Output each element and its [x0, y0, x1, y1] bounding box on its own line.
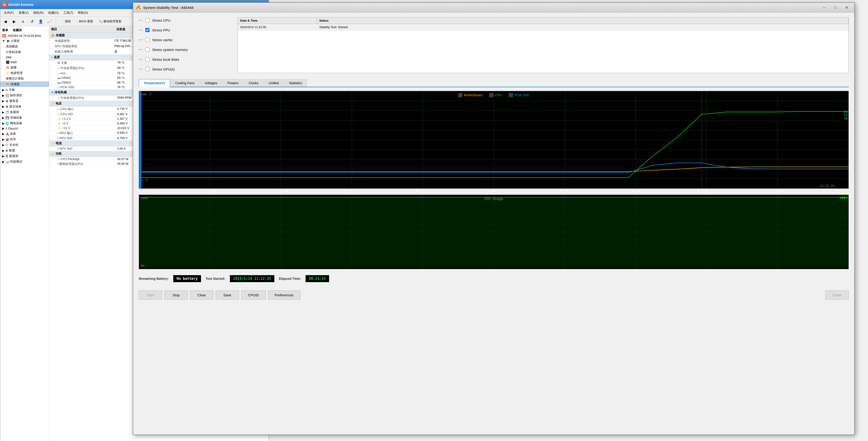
sidebar-item-power[interactable]: ⚡ 电源管理 — [0, 70, 49, 76]
menu-tools[interactable]: 工具(T) — [61, 10, 76, 16]
row-name: ─ PCIe SSD — [58, 86, 117, 89]
sidebar-item-os[interactable]: ▶ 🪟 操作系统 — [0, 93, 49, 98]
tab-temperatures[interactable]: Temperatures — [139, 79, 170, 87]
stability-maximize[interactable]: □ — [830, 3, 841, 12]
stress-gpu-checkbox[interactable] — [145, 67, 150, 71]
stress-gpu-option: ─ Stress GPU(s) — [139, 66, 232, 72]
row-name: ─ CPU Package — [58, 157, 117, 161]
bench-icon: 📊 — [5, 160, 9, 164]
os-icon: 🪟 — [5, 94, 9, 97]
gpu-icon: ▪ — [58, 162, 59, 166]
sw-icon: 📦 — [5, 138, 9, 141]
tab-powers[interactable]: Powers — [223, 79, 243, 87]
app-version-icon: 64 — [2, 34, 6, 37]
stability-minimize[interactable]: ─ — [819, 3, 830, 12]
menu-file[interactable]: 文件(F) — [2, 10, 16, 16]
sidebar-item-devices[interactable]: ▶ 🔌 设备 — [0, 131, 49, 137]
cpu-chart-svg — [139, 195, 848, 269]
stress-cpu-checkbox[interactable] — [145, 18, 150, 22]
stress-options: ─ Stress CPU ─ Stress FPU ─ Stress cache… — [139, 17, 232, 73]
chart-button[interactable]: 📈 — [46, 18, 53, 25]
mb-checkmark: ✓ — [459, 94, 462, 97]
row-name: 机箱入侵检测 — [55, 49, 114, 54]
fan-cpu-icon: ─ — [58, 96, 60, 100]
5v-icon: ⚡ — [58, 122, 61, 125]
sidebar-item-storage[interactable]: ▶ 💾 存储设备 — [0, 115, 49, 121]
elapsed-label: Elapsed Time: — [279, 277, 301, 280]
start-button[interactable]: Start — [139, 291, 162, 300]
user-button[interactable]: 👤 — [37, 18, 44, 25]
preferences-button[interactable]: Preferences — [268, 291, 301, 300]
sidebar-item-dmi[interactable]: DMI — [0, 55, 49, 60]
db-icon: 🗄 — [5, 155, 8, 158]
oc-label: 超频 — [10, 65, 17, 70]
aux-temp-icon: ─ — [58, 71, 60, 75]
temp-indicator-strip — [139, 91, 142, 189]
close-button-stability[interactable]: Close — [826, 291, 849, 300]
sidebar-item-portable[interactable]: 便携式计算机 — [0, 76, 49, 81]
sidebar-item-computername[interactable]: 计算机名称 — [0, 49, 49, 55]
sidebar-item-database[interactable]: ▶ 🗄 数据库 — [0, 153, 49, 159]
battery-label: Remaining Battery: — [139, 277, 168, 280]
stability-close[interactable]: ✕ — [841, 3, 852, 12]
stop-button[interactable]: Stop — [164, 291, 188, 300]
cpu-legend-check: ✓ — [489, 93, 494, 97]
clear-button[interactable]: Clear — [190, 291, 213, 300]
sidebar-item-ipmi[interactable]: ⬛ IPMI — [0, 60, 49, 65]
menu-help[interactable]: 帮助(H) — [75, 10, 90, 16]
sidebar-item-benchmark[interactable]: ▶ 📊 性能测试 — [0, 159, 49, 164]
tab-clocks[interactable]: Clocks — [244, 79, 263, 87]
app-version-label: AIDA64 v6.75.6128 Beta — [8, 34, 41, 37]
legend-pcie: ✓ PCIe SSD — [509, 93, 529, 97]
sidebar-item-motherboard[interactable]: ▶ ⊞ 主板 — [0, 87, 49, 93]
sidebar-item-network[interactable]: ▶ 🌐 网络设备 — [0, 121, 49, 126]
menu-favorites[interactable]: 收藏(O) — [46, 10, 61, 16]
sidebar-item-sysoverview[interactable]: 系统概述 — [0, 44, 49, 49]
sidebar-item-directx[interactable]: ▶ X DirectX — [0, 126, 49, 131]
srv-expand: ▶ — [2, 99, 4, 103]
stress-fpu-label: Stress FPU — [152, 28, 170, 32]
stress-disk-checkbox[interactable] — [145, 57, 150, 61]
cpu-option-icon: ─ — [139, 17, 143, 23]
sidebar-item-oc[interactable]: 🔥 超频 — [0, 65, 49, 70]
sidebar-item-software[interactable]: ▶ 📦 软件 — [0, 137, 49, 142]
sidebar-item-server[interactable]: ▶ 🖥 服务器 — [0, 98, 49, 104]
menu-report[interactable]: 报告(R) — [31, 10, 46, 16]
pcie-checkmark: ✓ — [509, 94, 512, 97]
sysoverview-label: 系统概述 — [6, 44, 18, 48]
forward-button[interactable]: ▶ — [10, 18, 18, 25]
tab-statistics[interactable]: Statistics — [284, 79, 307, 87]
tab-cooling-fans[interactable]: Cooling Fans — [170, 79, 199, 87]
back-button[interactable]: ◀ — [2, 18, 9, 25]
tab-unified[interactable]: Unified — [264, 79, 284, 87]
bios-update-button[interactable]: ↓ BIOS 更新 — [74, 18, 95, 25]
save-button[interactable]: Save — [216, 291, 239, 300]
sidebar-item-display[interactable]: ▶ 🖥 显示设备 — [0, 104, 49, 109]
up-button[interactable]: ∧ — [19, 18, 27, 25]
sidebar-item-security[interactable]: ▶ 🛡 安全性 — [0, 142, 49, 148]
sidebar-item-sensors[interactable]: 🔥 传感器 — [0, 81, 49, 87]
driver-update-button[interactable]: 🔍 驱动程序更新 — [97, 18, 124, 25]
row-name: ▪ GPU SoC — [58, 147, 117, 150]
report-button[interactable]: 📄 报告 — [58, 18, 73, 25]
cpuid-button[interactable]: CPUID — [241, 291, 266, 300]
row-name: ⊞ 主板 — [58, 61, 117, 65]
sidebar-item-config[interactable]: ▶ ⚙ 配置 — [0, 148, 49, 153]
row-name: ▪ GPU SoC — [58, 136, 117, 140]
tab-voltages[interactable]: Voltages — [200, 79, 222, 87]
gpu-option-icon: ─ — [139, 66, 143, 72]
sidebar-item-computer[interactable]: ▼ 💻 计算机 — [0, 38, 49, 44]
stress-fpu-checkbox[interactable] — [145, 28, 150, 32]
os-expand: ▶ — [2, 94, 4, 97]
stress-memory-checkbox[interactable] — [145, 47, 150, 52]
refresh-button[interactable]: ↺ — [28, 18, 36, 25]
menu-view[interactable]: 查看(V) — [16, 10, 31, 16]
battery-value: No battery — [173, 275, 201, 282]
sidebar-collections-label: 收藏夹 — [13, 28, 22, 32]
cpu-legend-label: CPU — [495, 93, 502, 97]
sidebar-item-media[interactable]: ▶ 🎵 多媒体 — [0, 109, 49, 115]
sec-expand: ▶ — [2, 143, 4, 147]
net-icon: 🌐 — [5, 122, 9, 125]
stress-cache-checkbox[interactable] — [145, 38, 150, 42]
dmi-label: DMI — [6, 56, 11, 59]
